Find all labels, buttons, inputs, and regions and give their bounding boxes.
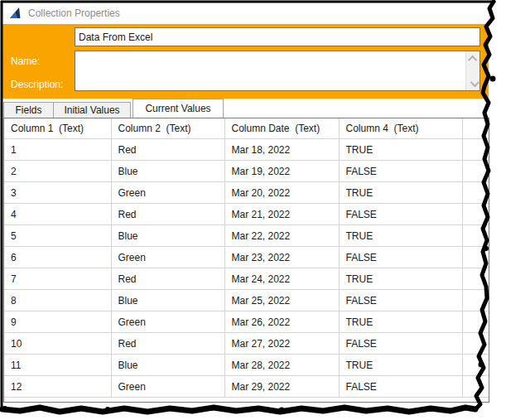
cell[interactable]: Mar 23, 2022 [224,247,339,268]
table-row: 12 Green Mar 29, 2022 FALSE [4,376,489,398]
table-row: 11 Blue Mar 28, 2022 TRUE [4,355,489,376]
cell-empty [462,268,489,290]
cell[interactable]: Mar 26, 2022 [224,311,339,333]
cell[interactable]: Green [111,311,224,333]
cell[interactable]: 12 [4,376,111,398]
collection-properties-dialog: Collection Properties Name: Description:… [0,0,506,420]
table-body: 1 Red Mar 18, 2022 TRUE 2 Blue Mar 19, 2… [4,139,489,398]
column-header[interactable]: Column 1 (Text) [4,118,111,139]
cell[interactable]: Mar 18, 2022 [224,139,339,161]
cell[interactable]: FALSE [339,161,462,182]
cell-empty [462,247,489,268]
description-box [75,51,480,91]
table-row: 4 Red Mar 21, 2022 FALSE [4,204,489,225]
cell[interactable]: 10 [4,333,111,355]
cell[interactable]: 9 [4,311,111,333]
cell-empty [462,290,489,311]
properties-form-panel: Name: Description: [2,24,489,99]
name-input[interactable] [75,27,480,46]
window-title: Collection Properties [28,7,120,19]
cell[interactable]: 6 [4,247,111,268]
table-row: 9 Green Mar 26, 2022 TRUE [4,311,489,333]
column-header[interactable]: Column 2 (Text) [111,118,224,139]
cell[interactable]: 5 [4,225,111,247]
cell[interactable]: FALSE [339,204,462,225]
cell[interactable]: TRUE [339,139,462,161]
cell[interactable]: Mar 22, 2022 [224,225,339,247]
cell[interactable]: 1 [4,139,111,161]
cell[interactable]: Blue [111,161,224,182]
cell[interactable]: Mar 27, 2022 [224,333,339,355]
cell[interactable]: Mar 19, 2022 [224,161,339,182]
cell[interactable]: FALSE [339,290,462,311]
cell[interactable]: Blue [111,225,224,247]
title-bar: Collection Properties [2,2,490,24]
cell[interactable]: TRUE [339,355,462,376]
cell[interactable]: Mar 29, 2022 [224,376,339,398]
cell-empty [462,139,489,161]
cell[interactable]: FALSE [339,376,462,398]
cell[interactable]: FALSE [339,333,462,355]
table-row: 7 Red Mar 24, 2022 TRUE [4,268,489,290]
cell[interactable]: FALSE [339,247,462,268]
chevron-up-icon[interactable] [466,52,480,65]
cell-empty [462,376,489,398]
cell[interactable]: 3 [4,182,111,204]
cell[interactable]: Blue [111,290,224,311]
values-grid: Column 1 (Text) Column 2 (Text) Column D… [3,118,489,403]
cell-empty [462,204,489,225]
collection-arrow-icon [8,7,22,20]
table-row: 8 Blue Mar 25, 2022 FALSE [4,290,489,311]
cell-empty [462,225,489,247]
cell[interactable]: 2 [4,161,111,182]
description-scrollbar[interactable] [465,51,479,90]
cell-empty [462,355,489,376]
tab-initial-values[interactable]: Initial Values [53,102,131,118]
cell-empty [462,182,489,204]
cell[interactable]: Mar 20, 2022 [224,182,339,204]
cell[interactable]: TRUE [339,225,462,247]
cell[interactable]: Red [111,268,224,290]
cell[interactable]: Red [111,204,224,225]
cell[interactable]: Mar 28, 2022 [224,355,339,376]
cell[interactable]: Green [111,247,224,268]
cell-empty [462,333,489,355]
grid-header-row: Column 1 (Text) Column 2 (Text) Column D… [4,118,489,139]
table-row: 6 Green Mar 23, 2022 FALSE [4,247,489,268]
cell[interactable]: 8 [4,290,111,311]
tab-current-values[interactable]: Current Values [133,99,224,118]
cell[interactable]: Red [111,139,224,161]
cell[interactable]: Mar 21, 2022 [224,204,339,225]
column-header-empty [462,118,489,139]
cell[interactable]: Mar 25, 2022 [224,290,339,311]
column-header[interactable]: Column 4 (Text) [339,118,462,139]
cell[interactable]: TRUE [339,311,462,333]
cell-empty [462,311,489,333]
description-input[interactable] [75,51,465,90]
cell[interactable]: 11 [4,355,111,376]
table-row: 5 Blue Mar 22, 2022 TRUE [4,225,489,247]
cell[interactable]: 4 [4,204,111,225]
description-label: Description: [11,79,63,90]
cell[interactable]: Green [111,182,224,204]
table-row: 1 Red Mar 18, 2022 TRUE [4,139,489,161]
table-row: 3 Green Mar 20, 2022 TRUE [4,182,489,204]
cell[interactable]: Green [111,376,224,398]
column-header[interactable]: Column Date (Text) [224,118,339,139]
cell[interactable]: TRUE [339,182,462,204]
cell[interactable]: Mar 24, 2022 [224,268,339,290]
table-row: 10 Red Mar 27, 2022 FALSE [4,333,489,355]
table-row: 2 Blue Mar 19, 2022 FALSE [4,161,489,182]
cell[interactable]: TRUE [339,268,462,290]
cell[interactable]: Red [111,333,224,355]
cell[interactable]: 7 [4,268,111,290]
tab-fields[interactable]: Fields [3,102,54,118]
cell[interactable]: Blue [111,355,224,376]
cell-empty [462,161,489,182]
name-label: Name: [11,56,40,67]
chevron-down-icon[interactable] [466,77,480,89]
